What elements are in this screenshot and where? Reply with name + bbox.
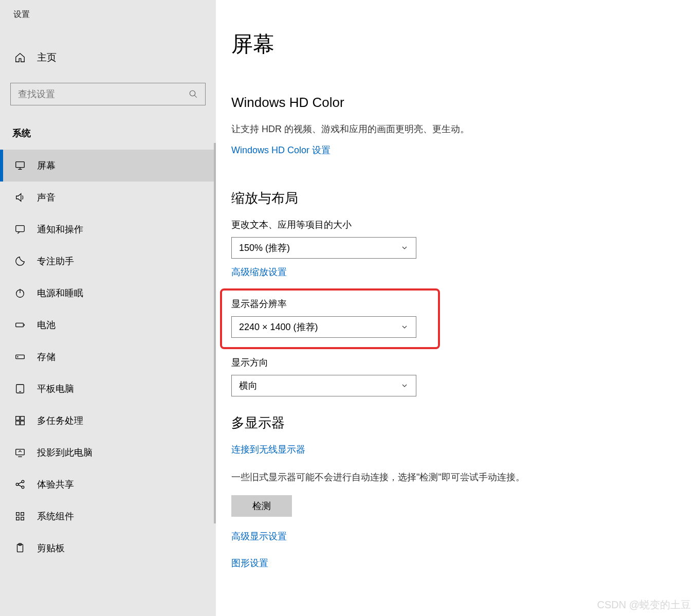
nav-item-label: 通知和操作 [37,223,83,235]
svg-point-21 [22,486,24,488]
legacy-desc: 一些旧式显示器可能不会进行自动连接，选择"检测"即可尝试手动连接。 [231,470,676,485]
hdcolor-heading: Windows HD Color [231,95,676,111]
nav-item-display[interactable]: 屏幕 [0,150,216,182]
svg-rect-2 [16,162,25,168]
svg-rect-24 [16,513,20,516]
nav-item-project[interactable]: 投影到此电脑 [0,437,216,468]
moon-icon [14,256,26,267]
chevron-down-icon [400,382,409,390]
scale-label: 更改文本、应用等项目的大小 [231,219,676,231]
monitor-icon [14,160,26,171]
clipboard-icon [14,542,26,554]
search-input[interactable] [18,89,189,100]
detect-button[interactable]: 检测 [231,495,292,517]
grid-icon [14,511,26,522]
advanced-scale-link[interactable]: 高级缩放设置 [231,266,287,278]
watermark: CSDN @蜕变的土豆 [597,598,691,612]
scale-value: 150% (推荐) [239,242,290,254]
svg-rect-26 [16,517,20,520]
search-icon [189,89,198,99]
tablet-icon [14,383,26,394]
nav-item-label: 专注助手 [37,255,74,267]
svg-rect-8 [16,323,24,327]
hdcolor-settings-link[interactable]: Windows HD Color 设置 [231,144,331,156]
svg-rect-25 [21,513,24,516]
scale-dropdown[interactable]: 150% (推荐) [231,237,416,259]
svg-rect-15 [21,416,24,420]
nav-item-label: 投影到此电脑 [37,446,93,459]
home-label: 主页 [37,51,57,64]
battery-icon [14,319,26,331]
chat-icon [14,224,26,235]
nav-item-label: 屏幕 [37,159,56,172]
drive-icon [14,351,26,363]
home-icon [14,52,26,63]
nav-item-label: 存储 [37,351,56,363]
nav-item-storage[interactable]: 存储 [0,341,216,373]
window-title: 设置 [0,0,216,20]
svg-rect-18 [16,449,25,455]
page-title: 屏幕 [231,30,676,59]
nav-item-tablet[interactable]: 平板电脑 [0,373,216,405]
nav-item-label: 系统组件 [37,510,74,522]
svg-line-23 [18,485,22,487]
orientation-value: 横向 [239,379,258,392]
nav-item-power[interactable]: 电源和睡眠 [0,277,216,309]
sidebar: 设置 主页 系统 屏幕声音通知和操作专注助手电源和睡眠电池存储平板电脑多任务处理… [0,0,216,616]
shared-icon [14,479,26,490]
multi-heading: 多显示器 [231,414,676,432]
chevron-down-icon [400,323,409,331]
power-icon [14,287,26,299]
nav-item-label: 声音 [37,191,56,204]
nav-item-clipboard[interactable]: 剪贴板 [0,532,216,564]
search-box[interactable] [10,83,206,105]
nav-item-multitask[interactable]: 多任务处理 [0,405,216,437]
project-icon [14,447,26,458]
home-button[interactable]: 主页 [0,20,216,64]
resolution-dropdown[interactable]: 2240 × 1400 (推荐) [231,316,416,338]
resolution-value: 2240 × 1400 (推荐) [239,321,318,333]
graphics-settings-link[interactable]: 图形设置 [231,557,268,569]
svg-point-11 [17,356,18,357]
hdcolor-desc: 让支持 HDR 的视频、游戏和应用的画面更明亮、更生动。 [231,122,676,137]
svg-point-19 [16,483,19,486]
nav-item-battery[interactable]: 电池 [0,309,216,341]
nav-item-label: 多任务处理 [37,414,83,427]
main-content: 屏幕 Windows HD Color 让支持 HDR 的视频、游戏和应用的画面… [216,0,697,616]
svg-rect-17 [21,421,24,425]
category-heading: 系统 [0,105,216,150]
nav-item-shared[interactable]: 体验共享 [0,468,216,500]
multitask-icon [14,415,26,426]
advanced-display-link[interactable]: 高级显示设置 [231,530,287,542]
nav-item-syscomp[interactable]: 系统组件 [0,500,216,532]
svg-rect-5 [16,226,25,232]
svg-rect-14 [16,416,20,420]
orientation-label: 显示方向 [231,356,676,369]
nav-item-label: 平板电脑 [37,383,74,395]
nav-item-focus[interactable]: 专注助手 [0,245,216,277]
resolution-label: 显示器分辨率 [231,298,429,310]
speaker-icon [14,192,26,203]
nav-item-label: 电源和睡眠 [37,287,83,299]
svg-rect-16 [16,421,20,425]
chevron-down-icon [400,244,409,252]
svg-line-1 [194,95,197,98]
nav-item-notifications[interactable]: 通知和操作 [0,213,216,245]
svg-line-22 [18,482,22,484]
svg-rect-10 [16,355,25,358]
svg-point-0 [190,90,195,96]
svg-rect-27 [21,517,24,520]
nav-list: 屏幕声音通知和操作专注助手电源和睡眠电池存储平板电脑多任务处理投影到此电脑体验共… [0,150,216,564]
wireless-display-link[interactable]: 连接到无线显示器 [231,443,305,456]
nav-item-label: 电池 [37,319,56,331]
nav-item-sound[interactable]: 声音 [0,182,216,213]
svg-point-20 [22,480,24,483]
scale-heading: 缩放与布局 [231,189,676,207]
nav-item-label: 体验共享 [37,478,74,491]
orientation-dropdown[interactable]: 横向 [231,375,416,396]
resolution-highlight: 显示器分辨率 2240 × 1400 (推荐) [220,288,440,349]
nav-item-label: 剪贴板 [37,542,65,554]
